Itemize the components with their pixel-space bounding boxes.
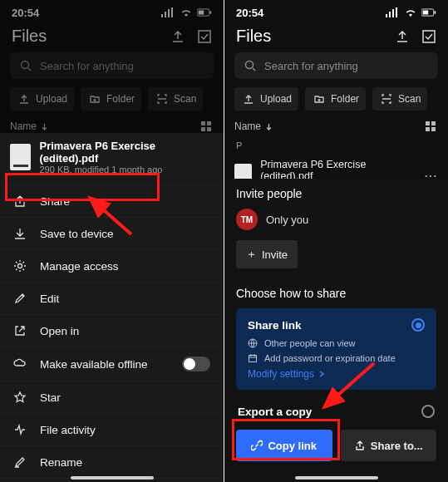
menu-edit[interactable]: Edit bbox=[0, 282, 224, 314]
svg-rect-16 bbox=[386, 14, 387, 17]
search-placeholder: Search for anything bbox=[40, 60, 134, 72]
status-time: 20:54 bbox=[12, 7, 39, 19]
chip-upload[interactable]: Upload bbox=[10, 87, 74, 111]
battery-icon bbox=[421, 5, 436, 20]
radio-unselected-icon[interactable] bbox=[421, 405, 435, 418]
file-actions-sheet: Primavera P6 Exercise (edited).pdf 290 K… bbox=[0, 133, 224, 482]
sort-control[interactable]: Name bbox=[234, 120, 273, 132]
sort-control[interactable]: Name bbox=[10, 120, 48, 132]
access-row: TM Only you bbox=[236, 209, 436, 230]
svg-rect-28 bbox=[431, 127, 436, 131]
svg-rect-21 bbox=[423, 11, 429, 15]
grid-view-icon[interactable] bbox=[423, 119, 438, 134]
choose-title: Choose how to share bbox=[236, 287, 436, 300]
scan-icon bbox=[155, 91, 170, 106]
status-icons bbox=[160, 5, 212, 20]
plus-icon: ＋ bbox=[246, 247, 257, 262]
gear-icon bbox=[13, 259, 28, 273]
wifi-icon bbox=[403, 5, 418, 20]
toolbar-chips: Upload Folder Scan bbox=[0, 87, 224, 119]
svg-rect-30 bbox=[249, 356, 257, 362]
menu-share[interactable]: Share bbox=[0, 184, 224, 217]
svg-rect-12 bbox=[207, 127, 211, 131]
svg-rect-3 bbox=[171, 7, 173, 17]
calendar-icon bbox=[248, 353, 258, 363]
toolbar-chips: Upload Folder Scan bbox=[224, 87, 448, 119]
menu-open[interactable]: Open in bbox=[0, 314, 224, 347]
actions-menu: Share Save to device Manage access Edit … bbox=[0, 184, 224, 482]
file-name: Primavera P6 Exercise (edited).pdf bbox=[39, 140, 214, 165]
status-bar: 20:54 bbox=[224, 0, 448, 22]
svg-rect-2 bbox=[168, 9, 170, 17]
search-icon bbox=[243, 58, 258, 73]
link-icon bbox=[251, 440, 263, 451]
screen-header: Files bbox=[224, 22, 448, 52]
svg-point-8 bbox=[22, 61, 29, 69]
share-sheet: Invite people TM Only you ＋ Invite Choos… bbox=[224, 179, 448, 482]
radio-selected-icon[interactable] bbox=[411, 318, 425, 332]
file-thumbnail-icon bbox=[10, 144, 31, 170]
section-letter: P bbox=[224, 137, 448, 154]
menu-save[interactable]: Save to device bbox=[0, 217, 224, 249]
svg-rect-9 bbox=[201, 121, 205, 125]
copy-link-button[interactable]: Copy link bbox=[236, 430, 332, 461]
svg-point-13 bbox=[18, 264, 22, 268]
access-label: Only you bbox=[266, 214, 308, 226]
battery-icon bbox=[197, 5, 212, 20]
avatar: TM bbox=[236, 209, 258, 230]
chip-folder[interactable]: Folder bbox=[81, 87, 141, 111]
status-icons bbox=[385, 5, 436, 20]
upload-header-icon[interactable] bbox=[395, 29, 410, 44]
chip-upload[interactable]: Upload bbox=[234, 87, 298, 111]
page-title: Files bbox=[12, 27, 47, 46]
select-icon[interactable] bbox=[421, 29, 436, 44]
offline-toggle[interactable] bbox=[182, 357, 210, 371]
chip-scan[interactable]: Scan bbox=[148, 87, 203, 111]
folder-plus-icon bbox=[312, 91, 327, 106]
phone-right: 20:54 Files Search for anything Upload F… bbox=[224, 0, 448, 482]
upload-icon bbox=[17, 91, 32, 106]
sheet-file-header: Primavera P6 Exercise (edited).pdf 290 K… bbox=[0, 133, 224, 184]
activity-icon bbox=[13, 423, 28, 436]
download-icon bbox=[13, 227, 28, 240]
menu-star[interactable]: Star bbox=[0, 381, 224, 413]
menu-activity[interactable]: File activity bbox=[0, 413, 224, 445]
globe-icon bbox=[248, 338, 258, 348]
status-bar: 20:54 bbox=[0, 0, 224, 22]
svg-rect-1 bbox=[165, 12, 166, 17]
file-meta: 290 KB, modified 1 month ago bbox=[39, 165, 214, 175]
svg-rect-19 bbox=[396, 7, 397, 17]
search-input[interactable]: Search for anything bbox=[234, 52, 438, 79]
grid-view-icon[interactable] bbox=[199, 119, 214, 134]
open-in-icon bbox=[13, 324, 28, 337]
svg-rect-25 bbox=[426, 121, 430, 125]
wifi-icon bbox=[179, 5, 194, 20]
export-copy-option[interactable]: Export a copy bbox=[236, 400, 436, 430]
status-time: 20:54 bbox=[236, 7, 263, 19]
modify-settings-link[interactable]: Modify settings bbox=[248, 368, 425, 380]
svg-rect-26 bbox=[431, 121, 436, 125]
chip-folder[interactable]: Folder bbox=[305, 87, 366, 111]
svg-rect-22 bbox=[435, 11, 436, 13]
menu-access[interactable]: Manage access bbox=[0, 249, 224, 282]
home-indicator[interactable] bbox=[295, 476, 378, 480]
upload-header-icon[interactable] bbox=[170, 29, 185, 44]
svg-rect-6 bbox=[210, 11, 212, 13]
menu-offline[interactable]: Make available offline bbox=[0, 347, 224, 381]
share-to-button[interactable]: Share to... bbox=[341, 430, 437, 461]
chip-scan[interactable]: Scan bbox=[372, 87, 427, 111]
cloud-sync-icon bbox=[13, 357, 28, 371]
signal-icon bbox=[385, 5, 400, 20]
home-indicator[interactable] bbox=[71, 476, 154, 480]
menu-rename[interactable]: Rename bbox=[0, 445, 224, 478]
share-icon bbox=[354, 440, 366, 451]
screen-header: Files bbox=[0, 22, 224, 52]
search-input[interactable]: Search for anything bbox=[10, 52, 214, 79]
search-icon bbox=[18, 58, 33, 73]
upload-icon bbox=[241, 91, 256, 106]
star-icon bbox=[13, 391, 28, 404]
select-icon[interactable] bbox=[197, 29, 212, 44]
share-link-card[interactable]: Share link Other people can view Add pas… bbox=[236, 308, 436, 390]
invite-button[interactable]: ＋ Invite bbox=[236, 240, 298, 268]
share-icon bbox=[13, 194, 28, 208]
